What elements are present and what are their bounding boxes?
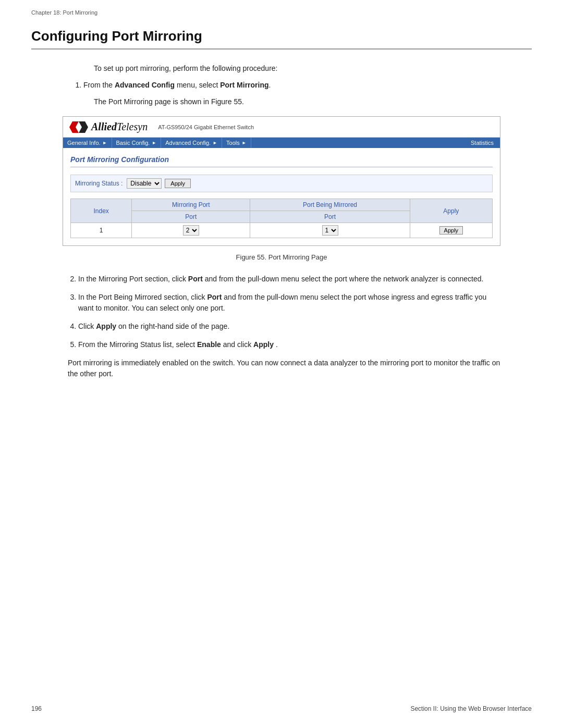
switch-header: Allied Telesyn AT-GS950/24 Gigabit Ether…	[63, 117, 500, 138]
nav-statistics[interactable]: Statistics	[464, 138, 500, 148]
switch-model: AT-GS950/24 Gigabit Ethernet Switch	[158, 124, 254, 130]
mirroring-status-row: Mirroring Status : Disable Enable Apply	[70, 175, 493, 192]
nav-arrow-tools: ►	[242, 140, 247, 145]
page-chapter-header: Chapter 18: Port Mirroring	[0, 0, 563, 18]
nav-arrow-general: ►	[103, 140, 107, 145]
step1-end: .	[269, 81, 271, 89]
col-mirroring-port-sub: Port	[132, 211, 250, 223]
table-row: 1 2 1 1 2	[71, 223, 493, 238]
page-footer: 196 Section II: Using the Web Browser In…	[0, 705, 563, 712]
nav-bar: General Info. ► Basic Config. ► Advanced…	[63, 138, 500, 148]
nav-tools[interactable]: Tools ►	[222, 138, 251, 148]
figure-caption: Figure 55. Port Mirroring Page	[63, 253, 500, 261]
step5-bold1: Enable	[197, 340, 221, 349]
nav-spacer	[251, 138, 464, 148]
col-port-mirrored-sub: Port	[250, 211, 410, 223]
row-index: 1	[71, 223, 132, 238]
step1-bold2: Port Mirroring	[220, 81, 268, 89]
note-paragraph: Port mirroring is immediately enabled on…	[68, 357, 500, 379]
step1-bold1: Advanced Config	[115, 81, 175, 89]
config-body: Port Mirroring Configuration Mirroring S…	[63, 148, 500, 245]
step1-followup: The Port Mirroring page is shown in Figu…	[94, 97, 532, 106]
mirroring-status-select[interactable]: Disable Enable	[127, 178, 162, 189]
port-table: Index Mirroring Port Port Being Mirrored…	[70, 199, 493, 238]
step2-bold: Port	[188, 275, 203, 283]
step-4: Click Apply on the right-hand side of th…	[78, 321, 500, 332]
step1-mid: menu, select	[177, 81, 220, 89]
step-1: From the Advanced Config menu, select Po…	[83, 81, 532, 89]
row-mirroring-port: 2 1	[132, 223, 250, 238]
step3-bold: Port	[207, 293, 222, 301]
row-apply-button[interactable]: Apply	[439, 226, 463, 235]
intro-paragraph: To set up port mirroring, perform the fo…	[94, 64, 532, 72]
chapter-title: Configuring Port Mirroring	[31, 28, 532, 50]
step-2: In the Mirroring Port section, click Por…	[78, 274, 500, 285]
nav-advanced-config[interactable]: Advanced Config. ►	[161, 138, 222, 148]
nav-arrow-advanced: ►	[213, 140, 217, 145]
switch-logo: Allied Telesyn	[69, 121, 153, 133]
config-title: Port Mirroring Configuration	[70, 155, 493, 167]
row-apply-cell: Apply	[410, 223, 492, 238]
col-index-header: Index	[71, 199, 132, 223]
svg-marker-0	[69, 121, 79, 133]
col-port-being-mirrored-header: Port Being Mirrored	[250, 199, 410, 211]
nav-basic-config[interactable]: Basic Config. ►	[112, 138, 162, 148]
allied-telesyn-logo-icon	[69, 121, 88, 133]
step-5: From the Mirroring Status list, select E…	[78, 339, 500, 350]
footer-section-label: Section II: Using the Web Browser Interf…	[410, 705, 532, 712]
col-apply-header: Apply	[410, 199, 492, 223]
step5-bold2: Apply	[253, 340, 274, 349]
svg-marker-1	[79, 121, 88, 133]
footer-page-number: 196	[31, 705, 42, 712]
nav-general-info[interactable]: General Info. ►	[63, 138, 112, 148]
mirroring-status-label: Mirroring Status :	[75, 180, 123, 187]
mirroring-status-apply-button[interactable]: Apply	[165, 179, 191, 188]
row-mirrored-port: 1 2	[250, 223, 410, 238]
nav-arrow-basic: ►	[152, 140, 156, 145]
mirrored-port-select[interactable]: 1 2	[322, 225, 338, 236]
steps-section: In the Mirroring Port section, click Por…	[68, 274, 500, 350]
logo-allied: Allied	[91, 121, 117, 133]
col-mirroring-port-header: Mirroring Port	[132, 199, 250, 211]
step-3: In the Port Being Mirrored section, clic…	[78, 292, 500, 314]
mirroring-port-select[interactable]: 2 1	[183, 225, 199, 236]
step4-bold: Apply	[96, 322, 116, 330]
switch-ui-box: Allied Telesyn AT-GS950/24 Gigabit Ether…	[63, 116, 500, 246]
logo-telesyn: Telesyn	[117, 121, 148, 133]
